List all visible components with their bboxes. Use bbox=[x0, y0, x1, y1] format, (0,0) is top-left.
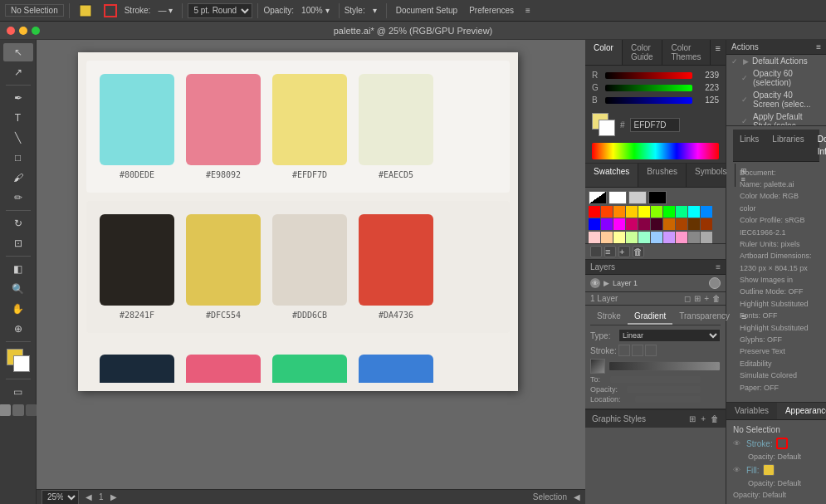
close-btn[interactable] bbox=[7, 27, 15, 35]
s10[interactable] bbox=[701, 206, 712, 218]
stroke-value[interactable]: — ▾ bbox=[154, 2, 177, 19]
gs-icon-3[interactable]: 🗑 bbox=[711, 414, 719, 423]
new-layer-btn[interactable]: + bbox=[704, 294, 709, 303]
stroke-icon-3[interactable] bbox=[645, 345, 657, 356]
tab-document-info[interactable]: Document Info bbox=[811, 130, 826, 161]
canvas-area[interactable]: #80DEDE #E98092 #EFDF7D #EAECD5 bbox=[37, 40, 585, 504]
opacity-value[interactable]: 100% ▾ bbox=[297, 2, 334, 19]
s13[interactable] bbox=[613, 218, 625, 230]
gradient-tool[interactable]: ◧ bbox=[3, 260, 33, 278]
opacity-slider-g[interactable] bbox=[627, 386, 701, 393]
layer-1-eye[interactable]: 👁 bbox=[590, 278, 600, 288]
stroke-eye[interactable]: 👁 bbox=[733, 439, 743, 448]
select-tool[interactable]: ↖ bbox=[3, 43, 33, 61]
color-panel-menu[interactable]: ≡ bbox=[711, 40, 726, 65]
rotate-tool[interactable]: ↻ bbox=[3, 214, 33, 232]
s9[interactable] bbox=[688, 206, 700, 218]
tab-swatches[interactable]: Swatches bbox=[585, 164, 638, 187]
action-item-1[interactable]: ✓ Opacity 60 (selection) bbox=[726, 67, 826, 89]
document-setup-btn[interactable]: Document Setup bbox=[392, 2, 462, 19]
swatch-lib-btn[interactable]: ≡ bbox=[604, 246, 616, 257]
more-btn[interactable]: ≡ bbox=[521, 2, 535, 19]
s11[interactable] bbox=[589, 218, 600, 230]
s3[interactable] bbox=[613, 206, 625, 218]
pen-tool[interactable]: ✒ bbox=[3, 89, 33, 107]
swatch-color-7[interactable] bbox=[359, 214, 433, 306]
tab-links[interactable]: Links bbox=[733, 130, 765, 161]
tab-color-guide[interactable]: Color Guide bbox=[623, 40, 663, 65]
swatch-new-btn[interactable]: + bbox=[618, 246, 630, 257]
tab-libraries[interactable]: Libraries bbox=[765, 130, 810, 161]
to-slider[interactable] bbox=[610, 376, 701, 383]
paint-tool[interactable]: 🖌 bbox=[3, 169, 33, 187]
gradient-bar-main[interactable] bbox=[609, 361, 721, 371]
white-swatch[interactable] bbox=[609, 191, 627, 204]
swatch-color-0[interactable] bbox=[100, 74, 174, 165]
type-select[interactable]: Linear bbox=[618, 329, 721, 342]
make-clipping-mask-btn[interactable]: ◻ bbox=[684, 294, 691, 303]
s16[interactable] bbox=[651, 218, 662, 230]
stroke-color-btn[interactable] bbox=[100, 2, 121, 19]
s30[interactable] bbox=[701, 232, 712, 243]
stroke-link[interactable]: Stroke: bbox=[746, 439, 773, 448]
g-track[interactable] bbox=[605, 85, 692, 91]
swatch-color-8[interactable] bbox=[100, 355, 174, 383]
action-item-3[interactable]: ✓ Apply Default Style (selec... bbox=[726, 110, 826, 125]
s22[interactable] bbox=[601, 232, 613, 243]
s8[interactable] bbox=[676, 206, 687, 218]
tab-variables[interactable]: Variables bbox=[726, 403, 777, 419]
action-item-2[interactable]: ✓ Opacity 40 Screen (selec... bbox=[726, 89, 826, 110]
swatch-color-1[interactable] bbox=[186, 74, 261, 165]
s1[interactable] bbox=[589, 206, 600, 218]
tab-color-themes[interactable]: Color Themes bbox=[662, 40, 710, 65]
gs-icon-2[interactable]: + bbox=[701, 414, 706, 423]
stroke-icon-1[interactable] bbox=[618, 345, 630, 356]
layer-1-row[interactable]: 👁 ▶ Layer 1 bbox=[585, 275, 726, 291]
delete-layer-btn[interactable]: 🗑 bbox=[712, 294, 721, 303]
fill-link[interactable]: Fill: bbox=[746, 466, 760, 475]
s12[interactable] bbox=[601, 218, 613, 230]
swatch-color-6[interactable] bbox=[272, 214, 347, 306]
color-spectrum[interactable] bbox=[592, 143, 719, 159]
s26[interactable] bbox=[651, 232, 662, 243]
black-swatch[interactable] bbox=[648, 191, 667, 204]
rect-tool[interactable]: □ bbox=[3, 149, 33, 167]
eyedropper-tool[interactable]: 🔍 bbox=[3, 280, 33, 298]
swatch-color-2[interactable] bbox=[272, 74, 347, 165]
r-track[interactable] bbox=[605, 72, 692, 79]
fill-swatch[interactable] bbox=[763, 464, 775, 476]
swatch-color-4[interactable] bbox=[100, 214, 174, 306]
zoom-tool[interactable]: ⊕ bbox=[3, 320, 33, 338]
registration-swatch[interactable] bbox=[628, 191, 647, 204]
status-nav-icon[interactable]: ◀ bbox=[574, 492, 580, 502]
swatch-color-3[interactable] bbox=[359, 74, 433, 165]
swatch-add-btn[interactable] bbox=[590, 246, 602, 257]
layers-menu[interactable]: ≡ bbox=[716, 262, 721, 272]
draw-normal[interactable] bbox=[0, 404, 11, 416]
s7[interactable] bbox=[663, 206, 675, 218]
s24[interactable] bbox=[626, 232, 638, 243]
line-tool[interactable]: ╲ bbox=[3, 129, 33, 147]
tab-gradient[interactable]: Gradient bbox=[628, 309, 672, 325]
s21[interactable] bbox=[589, 232, 600, 243]
gradient-preview[interactable] bbox=[590, 359, 605, 374]
s27[interactable] bbox=[663, 232, 675, 243]
s29[interactable] bbox=[688, 232, 700, 243]
draw-behind[interactable] bbox=[26, 404, 37, 416]
location-slider[interactable] bbox=[635, 396, 701, 403]
maximize-btn[interactable] bbox=[32, 27, 40, 35]
scale-tool[interactable]: ⊡ bbox=[3, 234, 33, 252]
s15[interactable] bbox=[638, 218, 650, 230]
s14[interactable] bbox=[626, 218, 638, 230]
s28[interactable] bbox=[676, 232, 687, 243]
s5[interactable] bbox=[638, 206, 650, 218]
s17[interactable] bbox=[663, 218, 675, 230]
preferences-btn[interactable]: Preferences bbox=[465, 2, 518, 19]
s18[interactable] bbox=[676, 218, 687, 230]
draw-inside[interactable] bbox=[12, 404, 24, 416]
background-color[interactable] bbox=[599, 120, 615, 136]
zoom-select[interactable]: 25% bbox=[42, 490, 79, 505]
s6[interactable] bbox=[651, 206, 662, 218]
color-indicator[interactable] bbox=[7, 349, 30, 372]
tab-appearance[interactable]: Appearance bbox=[777, 403, 826, 419]
